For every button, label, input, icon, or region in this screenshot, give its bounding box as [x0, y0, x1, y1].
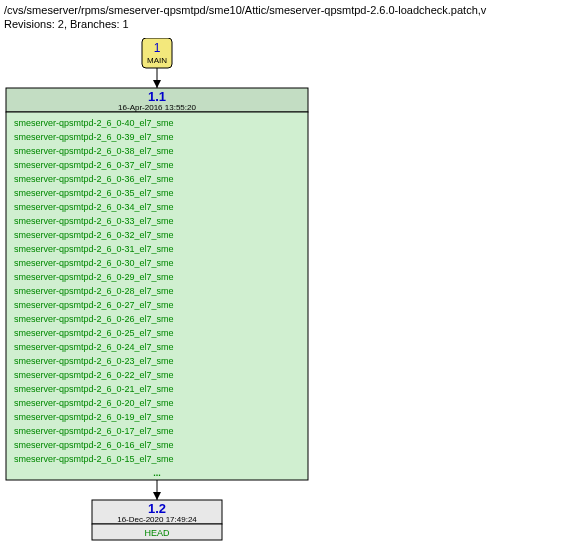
rev-1-1-tag: smeserver-qpsmtpd-2_6_0-32_el7_sme [14, 230, 174, 240]
rev-1-1-tag: smeserver-qpsmtpd-2_6_0-21_el7_sme [14, 384, 174, 394]
rev-1-1-tag: smeserver-qpsmtpd-2_6_0-22_el7_sme [14, 370, 174, 380]
rev-1-1-tag: smeserver-qpsmtpd-2_6_0-40_el7_sme [14, 118, 174, 128]
rev-1-1-title: 1.1 [148, 89, 166, 104]
rev-1-1-tag: smeserver-qpsmtpd-2_6_0-16_el7_sme [14, 440, 174, 450]
revision-1-1-node[interactable]: 1.1 16-Apr-2016 13:55:20 smeserver-qpsmt… [6, 88, 308, 480]
rev-1-1-tag: smeserver-qpsmtpd-2_6_0-36_el7_sme [14, 174, 174, 184]
rev-1-1-tag: smeserver-qpsmtpd-2_6_0-25_el7_sme [14, 328, 174, 338]
root-number: 1 [154, 41, 161, 55]
arrowhead-icon [153, 80, 161, 88]
revision-1-2-node[interactable]: 1.2 16-Dec-2020 17:49:24 HEAD [92, 500, 222, 540]
rev-1-1-tag: smeserver-qpsmtpd-2_6_0-24_el7_sme [14, 342, 174, 352]
rev-1-1-tag: smeserver-qpsmtpd-2_6_0-38_el7_sme [14, 146, 174, 156]
rev-1-1-tag: smeserver-qpsmtpd-2_6_0-29_el7_sme [14, 272, 174, 282]
rev-1-1-tag: smeserver-qpsmtpd-2_6_0-15_el7_sme [14, 454, 174, 464]
arrowhead-icon [153, 492, 161, 500]
rev-1-2-title: 1.2 [148, 501, 166, 516]
rev-1-1-tag: smeserver-qpsmtpd-2_6_0-30_el7_sme [14, 258, 174, 268]
rev-1-1-tag: smeserver-qpsmtpd-2_6_0-28_el7_sme [14, 286, 174, 296]
rev-1-1-tag: smeserver-qpsmtpd-2_6_0-35_el7_sme [14, 188, 174, 198]
rev-1-1-tag: smeserver-qpsmtpd-2_6_0-27_el7_sme [14, 300, 174, 310]
rev-1-1-date: 16-Apr-2016 13:55:20 [118, 103, 196, 112]
rev-1-1-tag: smeserver-qpsmtpd-2_6_0-33_el7_sme [14, 216, 174, 226]
path-text: /cvs/smeserver/rpms/smeserver-qpsmtpd/sm… [4, 4, 562, 16]
branch-root-node[interactable]: 1 MAIN [142, 38, 172, 68]
revision-graph: 1 MAIN 1.1 16-Apr-2016 13:55:20 smeserve… [4, 38, 562, 543]
rev-1-1-tag: smeserver-qpsmtpd-2_6_0-26_el7_sme [14, 314, 174, 324]
rev-1-2-date: 16-Dec-2020 17:49:24 [117, 515, 197, 524]
rev-1-2-branch: HEAD [144, 528, 170, 538]
rev-1-1-more: ... [153, 468, 161, 478]
rev-1-1-tag: smeserver-qpsmtpd-2_6_0-37_el7_sme [14, 160, 174, 170]
rev-1-1-tag: smeserver-qpsmtpd-2_6_0-39_el7_sme [14, 132, 174, 142]
rev-1-1-tag: smeserver-qpsmtpd-2_6_0-34_el7_sme [14, 202, 174, 212]
root-branch-label: MAIN [147, 56, 167, 65]
rev-1-1-tag: smeserver-qpsmtpd-2_6_0-20_el7_sme [14, 398, 174, 408]
rev-1-1-tag: smeserver-qpsmtpd-2_6_0-31_el7_sme [14, 244, 174, 254]
rev-1-1-tag: smeserver-qpsmtpd-2_6_0-19_el7_sme [14, 412, 174, 422]
meta-text: Revisions: 2, Branches: 1 [4, 18, 562, 30]
rev-1-1-tag: smeserver-qpsmtpd-2_6_0-17_el7_sme [14, 426, 174, 436]
rev-1-1-tag: smeserver-qpsmtpd-2_6_0-23_el7_sme [14, 356, 174, 366]
